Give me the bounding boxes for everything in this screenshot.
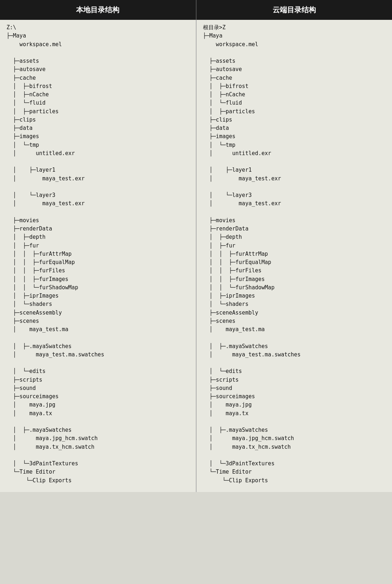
right-header: 云端目录结构 bbox=[197, 0, 392, 20]
left-tree: Z:\ ├─Maya workspace.mel ├─assets ├─auto… bbox=[6, 23, 189, 485]
right-tree-panel: 根目录>Z ├─Maya workspace.mel ├─assets ├─au… bbox=[197, 20, 392, 492]
left-header: 本地目录结构 bbox=[0, 0, 196, 20]
left-tree-panel: Z:\ ├─Maya workspace.mel ├─assets ├─auto… bbox=[0, 20, 196, 492]
header-row: 本地目录结构 云端目录结构 bbox=[0, 0, 392, 20]
content-area: Z:\ ├─Maya workspace.mel ├─assets ├─auto… bbox=[0, 20, 392, 492]
right-tree: 根目录>Z ├─Maya workspace.mel ├─assets ├─au… bbox=[203, 23, 386, 485]
